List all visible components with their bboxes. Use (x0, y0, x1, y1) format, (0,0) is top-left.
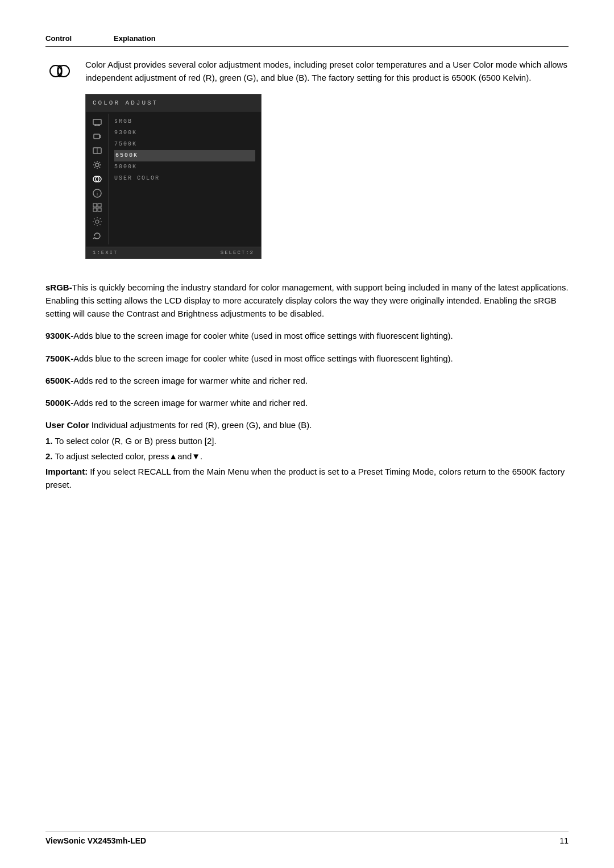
svg-rect-7 (94, 134, 99, 139)
footer-brand: ViewSonic VX2453mh-LED (45, 836, 146, 845)
svg-rect-29 (98, 208, 101, 211)
osd-icon-4 (90, 159, 105, 171)
important-prefix: Important: (45, 467, 88, 476)
osd-title: COLOR ADJUST (93, 99, 158, 106)
osd-icon-7 (90, 201, 105, 214)
color-adjust-section: Color Adjust provides several color adju… (45, 58, 569, 268)
user-color-step2: 2. To adjust selected color, press▲and▼. (45, 450, 569, 463)
svg-rect-28 (93, 208, 97, 211)
osd-icons-col: i (86, 114, 109, 244)
table-header: Control Explanation (45, 34, 569, 47)
color-adjust-icon (48, 59, 72, 83)
srgb-text: This is quickly becoming the industry st… (45, 283, 569, 319)
7500k-paragraph: 7500K-Adds blue to the screen image for … (45, 352, 569, 365)
svg-point-1 (58, 65, 69, 77)
osd-menu-col: sRGB 9300K 7500K 6500K 5000K USER COLOR (109, 114, 261, 244)
svg-line-21 (94, 167, 96, 168)
osd-menu-5000k: 5000K (114, 161, 255, 173)
6500k-prefix: 6500K- (45, 376, 73, 385)
svg-line-19 (99, 167, 100, 168)
5000k-text: Adds red to the screen image for warmer … (73, 398, 308, 408)
footer-page-number: 11 (559, 836, 569, 845)
svg-line-18 (94, 162, 96, 163)
user-color-step1: 1. To select color (R, G or B) press but… (45, 434, 569, 447)
osd-menu-user-color: USER COLOR (114, 173, 255, 184)
important-text: If you select RECALL from the Main Menu … (45, 467, 565, 489)
osd-footer-right: SELECT:2 (221, 250, 254, 256)
user-color-paragraph: User Color Individual adjustments for re… (45, 418, 569, 431)
svg-rect-27 (98, 203, 101, 207)
osd-icon-5 (90, 173, 105, 185)
intro-paragraph: Color Adjust provides several color adju… (85, 58, 569, 85)
svg-rect-26 (93, 203, 97, 207)
svg-point-30 (96, 220, 99, 223)
svg-line-20 (99, 162, 100, 163)
step2-text: To adjust selected color, press▲and▼. (53, 451, 203, 461)
osd-icon-8 (90, 215, 105, 228)
7500k-prefix: 7500K- (45, 354, 73, 363)
srgb-paragraph: sRGB-This is quickly becoming the indust… (45, 281, 569, 321)
footer-model: VX2453mh-LED (88, 836, 146, 845)
user-color-prefix: User Color (45, 420, 89, 430)
srgb-prefix: sRGB- (45, 283, 72, 292)
control-icon-col (45, 58, 74, 83)
osd-title-bar: COLOR ADJUST (86, 94, 261, 111)
osd-icon-3 (90, 144, 105, 157)
svg-point-13 (96, 163, 99, 167)
osd-body: i (86, 111, 261, 247)
important-paragraph: Important: If you select RECALL from the… (45, 465, 569, 492)
6500k-text: Adds red to the screen image for warmer … (73, 376, 308, 385)
step1-text: To select color (R, G or B) press button… (53, 436, 217, 446)
9300k-text: Adds blue to the screen image for cooler… (73, 331, 453, 340)
osd-menu-9300k: 9300K (114, 127, 255, 139)
9300k-prefix: 9300K- (45, 331, 73, 340)
6500k-paragraph: 6500K-Adds red to the screen image for w… (45, 374, 569, 387)
page-footer: ViewSonic VX2453mh-LED 11 (45, 831, 569, 845)
header-control: Control (45, 34, 91, 43)
step2-bold: 2. (45, 451, 53, 461)
step1-bold: 1. (45, 436, 53, 446)
color-adjust-content: Color Adjust provides several color adju… (85, 58, 569, 268)
9300k-paragraph: 9300K-Adds blue to the screen image for … (45, 329, 569, 342)
svg-text:i: i (97, 191, 98, 197)
7500k-text: Adds blue to the screen image for cooler… (73, 354, 453, 363)
5000k-paragraph: 5000K-Adds red to the screen image for w… (45, 396, 569, 409)
osd-footer: 1:EXIT SELECT:2 (86, 247, 261, 259)
5000k-prefix: 5000K- (45, 398, 73, 408)
osd-menu-srgb: sRGB (114, 116, 255, 127)
svg-rect-3 (93, 119, 101, 124)
osd-icon-9 (90, 230, 105, 242)
intro-text: Color Adjust provides several color adju… (85, 60, 567, 82)
footer-brand-name: ViewSonic (45, 836, 85, 845)
user-color-text: Individual adjustments for red (R), gree… (89, 420, 312, 430)
osd-screen: COLOR ADJUST (85, 94, 262, 259)
osd-footer-left: 1:EXIT (93, 250, 118, 256)
osd-menu-6500k: 6500K (114, 150, 255, 161)
osd-icon-2 (90, 130, 105, 143)
osd-icon-1 (90, 116, 105, 128)
osd-menu-7500k: 7500K (114, 139, 255, 150)
osd-icon-6: i (90, 187, 105, 200)
header-explanation: Explanation (114, 34, 156, 43)
